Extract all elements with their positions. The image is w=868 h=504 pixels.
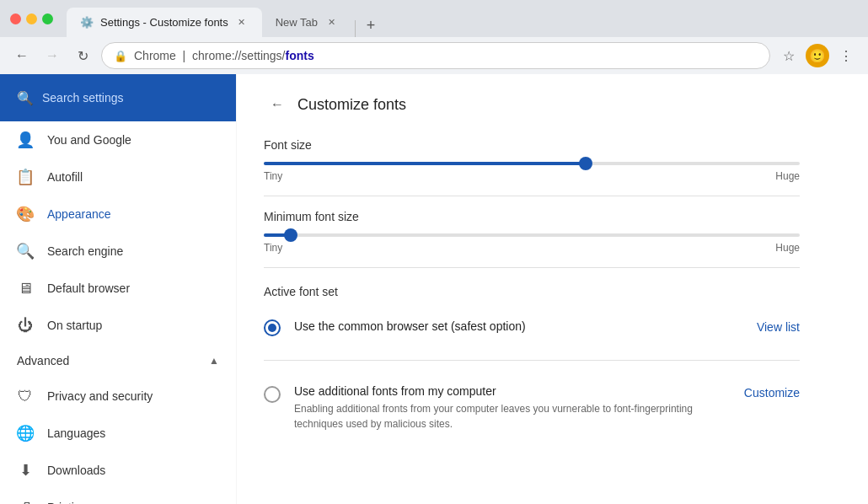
customize-link[interactable]: Customize [744,384,800,399]
advanced-section-header[interactable]: Advanced ▲ [0,344,236,378]
sidebar-item-you-and-google[interactable]: 👤 You and Google [0,121,236,158]
radio-common-content: Use the common browser set (safest optio… [294,319,743,334]
languages-icon: 🌐 [17,425,34,442]
minimize-window-button[interactable] [26,13,37,24]
min-font-size-min-label: Tiny [264,242,282,254]
min-font-size-thumb[interactable] [284,228,297,242]
bookmark-icon[interactable]: ☆ [777,44,801,67]
search-settings-label[interactable]: Search settings [42,91,124,105]
lock-icon: 🔒 [114,50,127,62]
sidebar-item-printing[interactable]: 🖨 Printing [0,489,236,504]
tabs-area: ⚙️ Settings - Customize fonts ✕ New Tab … [67,0,858,37]
font-size-min-label: Tiny [264,170,282,182]
close-window-button[interactable] [10,13,21,24]
sidebar-item-search-engine[interactable]: 🔍 Search engine [0,233,236,270]
tab-newtab[interactable]: New Tab ✕ [262,8,351,37]
page-title-row: ← Customize fonts [264,91,800,118]
radio-option-additional[interactable]: Use additional fonts from my computer En… [264,374,800,442]
addressbar: ← → ↻ 🔒 Chrome | chrome://settings/fonts… [0,37,868,74]
radio-common-circle[interactable] [264,319,281,336]
downloads-icon: ⬇ [17,462,34,479]
sidebar-label-languages: Languages [47,426,105,440]
on-startup-icon: ⏻ [17,317,34,334]
sidebar-label-autofill: Autofill [47,170,83,184]
search-engine-icon: 🔍 [17,243,34,260]
sidebar-item-languages[interactable]: 🌐 Languages [0,415,236,452]
font-size-slider-container: Tiny Huge [264,162,800,182]
sidebar-item-on-startup[interactable]: ⏻ On startup [0,307,236,344]
view-list-link[interactable]: View list [757,319,800,334]
profile-avatar[interactable]: 🙂 [806,44,829,67]
min-font-size-label: Minimum font size [264,210,800,223]
advanced-label: Advanced [17,354,69,367]
radio-additional-content: Use additional fonts from my computer En… [294,384,731,432]
search-icon: 🔍 [17,90,34,106]
min-font-size-slider-container: Tiny Huge [264,233,800,254]
address-domain: Chrome | chrome://settings/fonts [134,49,314,62]
reload-button[interactable]: ↻ [71,44,94,67]
back-button[interactable]: ← [10,44,34,67]
sidebar-item-default-browser[interactable]: 🖥 Default browser [0,270,236,307]
sidebar-label-default-browser: Default browser [47,281,130,295]
sidebar-label-appearance: Appearance [47,207,111,221]
tab-divider [355,20,356,37]
sidebar-label-printing: Printing [47,501,87,504]
font-size-row: Font size Tiny Huge [264,138,800,182]
toolbar-right: ☆ 🙂 ⋮ [777,44,858,67]
tab-settings-label: Settings - Customize fonts [100,16,228,29]
active-font-set-label: Active font set [264,285,800,298]
forward-button[interactable]: → [40,44,64,67]
font-size-labels: Tiny Huge [264,170,800,182]
settings-favicon-icon: ⚙️ [80,16,94,29]
divider-1 [264,196,800,196]
page-title: Customize fonts [297,96,406,114]
sidebar-label-search-engine: Search engine [47,244,123,258]
sidebar-header: 🔍 Search settings [0,74,236,121]
app-body: 🔍 Search settings 👤 You and Google 📋 Aut… [0,74,868,504]
min-font-size-track [264,233,800,237]
sidebar-label-on-startup: On startup [47,319,102,332]
chevron-up-icon: ▲ [209,355,219,367]
sidebar-item-appearance[interactable]: 🎨 Appearance [0,196,236,233]
radio-common-title: Use the common browser set (safest optio… [294,319,526,333]
radio-option-common[interactable]: Use the common browser set (safest optio… [264,308,800,346]
sidebar-item-downloads[interactable]: ⬇ Downloads [0,452,236,489]
radio-additional-desc: Enabling additional fronts from your com… [294,401,731,432]
menu-icon[interactable]: ⋮ [834,44,858,67]
content-inner: ← Customize fonts Font size Tiny Huge [237,74,827,458]
sidebar-item-autofill[interactable]: 📋 Autofill [0,158,236,196]
radio-additional-title: Use additional fonts from my computer [294,384,731,398]
sidebar-label-privacy: Privacy and security [47,389,153,403]
min-font-size-row: Minimum font size Tiny Huge [264,210,800,254]
sidebar-item-privacy[interactable]: 🛡 Privacy and security [0,378,236,415]
font-size-fill [264,162,586,165]
address-field[interactable]: 🔒 Chrome | chrome://settings/fonts [101,42,770,69]
new-tab-button[interactable]: + [359,13,383,37]
default-browser-icon: 🖥 [17,280,34,297]
tab-settings-close-icon[interactable]: ✕ [235,16,249,29]
font-size-track [264,162,800,165]
radio-additional-circle[interactable] [264,386,281,403]
appearance-icon: 🎨 [17,206,34,223]
min-font-size-max-label: Huge [775,242,800,254]
privacy-icon: 🛡 [17,388,34,405]
maximize-window-button[interactable] [42,13,53,24]
sidebar-label-downloads: Downloads [47,464,105,477]
min-font-size-labels: Tiny Huge [264,242,800,254]
sidebar-label-you-and-google: You and Google [47,133,131,147]
divider-3 [264,360,800,361]
divider-2 [264,267,800,268]
content-area: ← Customize fonts Font size Tiny Huge [237,74,868,504]
titlebar: ⚙️ Settings - Customize fonts ✕ New Tab … [0,0,868,37]
tab-newtab-label: New Tab [276,16,318,29]
font-size-label: Font size [264,138,800,152]
font-size-max-label: Huge [775,170,800,182]
font-size-thumb[interactable] [579,157,592,170]
traffic-lights [10,13,53,24]
sidebar: 🔍 Search settings 👤 You and Google 📋 Aut… [0,74,236,504]
person-icon: 👤 [17,131,34,148]
autofill-icon: 📋 [17,169,34,185]
tab-newtab-close-icon[interactable]: ✕ [324,16,338,29]
tab-settings[interactable]: ⚙️ Settings - Customize fonts ✕ [67,8,262,37]
back-to-appearance-button[interactable]: ← [264,91,291,118]
